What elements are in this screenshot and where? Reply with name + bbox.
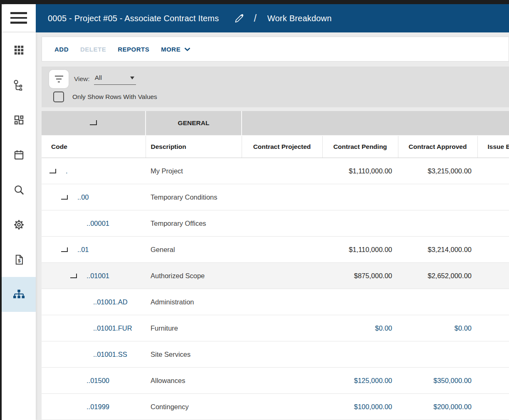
issue-cell: [477, 158, 509, 184]
workflow-icon: [13, 79, 25, 91]
collapse-all-icon[interactable]: [90, 120, 97, 125]
sidebar-item-workflow[interactable]: [2, 67, 36, 102]
code-link[interactable]: ..01001.SS: [93, 351, 127, 358]
contract-pending-value-link[interactable]: $0.00: [322, 315, 398, 341]
column-header-row: Code Description Contract Projected Cont…: [42, 136, 509, 158]
contract-pending-value-link[interactable]: $100,000.00: [322, 394, 398, 420]
filter-button[interactable]: [49, 70, 69, 88]
code-link[interactable]: .: [66, 167, 68, 175]
contract-projected-cell: [242, 210, 322, 237]
code-link[interactable]: ..01: [77, 246, 89, 254]
contract-approved-cell: [398, 341, 477, 368]
add-button[interactable]: ADD: [54, 43, 69, 55]
apps-grid-icon: [13, 44, 25, 56]
table-row: . My Project $1,110,000.00 $3,215,000.00: [42, 158, 509, 184]
column-header-contract-pending: Contract Pending: [322, 136, 398, 158]
work-breakdown-tree-icon: [13, 289, 25, 300]
contract-projected-cell: [242, 158, 322, 184]
table-row: ..01500 Allowances $125,000.00 $350,000.…: [42, 368, 509, 394]
sidebar-item-search[interactable]: [2, 172, 36, 207]
group-header-general: GENERAL: [146, 111, 242, 136]
search-icon: [13, 184, 25, 195]
contract-pending-cell: [322, 184, 398, 210]
description-cell: Site Services: [146, 341, 242, 368]
contract-approved-value-link[interactable]: $350,000.00: [398, 368, 477, 394]
row-expander-icon[interactable]: [70, 274, 77, 278]
code-link[interactable]: ..00: [77, 193, 89, 201]
code-link[interactable]: ..00001: [86, 220, 109, 227]
more-label: MORE: [161, 46, 180, 53]
sidebar-item-apps[interactable]: [2, 32, 36, 67]
row-expander-icon[interactable]: [49, 169, 56, 173]
contract-approved-value-link[interactable]: $200,000.00: [398, 394, 477, 420]
sidebar: $: [2, 32, 36, 420]
breadcrumb-separator: /: [254, 13, 256, 24]
sidebar-item-work-breakdown[interactable]: [2, 277, 36, 312]
column-header-code: Code: [42, 136, 146, 158]
calendar-icon: [13, 149, 25, 161]
contract-approved-cell: $2,652,000.00: [398, 263, 477, 289]
group-header-row: GENERAL: [42, 111, 509, 136]
main-menu-button[interactable]: [2, 4, 36, 32]
contract-projected-cell: [242, 315, 322, 341]
table-row: ..01 General $1,110,000.00 $3,214,000.00: [42, 237, 509, 263]
contract-pending-cell: $1,110,000.00: [322, 158, 398, 184]
view-label: View:: [74, 75, 90, 83]
contract-projected-cell: [242, 263, 322, 289]
sidebar-item-dashboard[interactable]: [2, 102, 36, 137]
contract-pending-cell: [322, 341, 398, 368]
issue-cell: [477, 237, 509, 263]
project-title: 0005 - Project #05 - Associate Contract …: [48, 14, 219, 23]
dashboard-icon: [13, 114, 25, 126]
description-cell: Furniture: [146, 315, 242, 341]
table-row: ..01001.FUR Furniture $0.00 $0.00: [42, 315, 509, 341]
collapse-all-cell: [42, 111, 146, 136]
issue-cell: [477, 394, 509, 420]
table-row: ..01999 Contingency $100,000.00 $200,000…: [42, 394, 509, 420]
code-link[interactable]: ..01001: [86, 272, 109, 280]
sidebar-item-settings[interactable]: [2, 207, 36, 242]
more-button[interactable]: MORE: [161, 46, 190, 53]
contract-projected-cell: [242, 394, 322, 420]
sidebar-item-calendar[interactable]: [2, 137, 36, 172]
only-rows-checkbox[interactable]: [53, 91, 64, 102]
filter-panel: View: All Only Show Rows With Values: [42, 67, 509, 107]
reports-button[interactable]: REPORTS: [118, 43, 149, 55]
page-title: Work Breakdown: [267, 14, 332, 23]
code-link[interactable]: ..01500: [86, 377, 109, 385]
issue-cell: [477, 368, 509, 394]
description-cell: Temporary Offices: [146, 210, 242, 237]
contract-pending-cell: $1,110,000.00: [322, 237, 398, 263]
view-dropdown-value: All: [95, 74, 102, 82]
view-dropdown[interactable]: All: [94, 73, 136, 85]
issue-cell: [477, 263, 509, 289]
action-toolbar: ADD DELETE REPORTS MORE: [42, 37, 509, 62]
work-breakdown-grid: GENERAL Code Description Contract Projec…: [42, 111, 509, 420]
contract-pending-cell: [322, 210, 398, 237]
contract-projected-cell: [242, 237, 322, 263]
code-link[interactable]: ..01001.FUR: [93, 324, 132, 332]
issue-cell: [477, 184, 509, 210]
edit-project-button[interactable]: [234, 13, 245, 24]
table-row: ..01001.SS Site Services: [42, 341, 509, 368]
code-link[interactable]: ..01001.AD: [93, 298, 128, 306]
description-cell: Administration: [146, 289, 242, 315]
description-cell: My Project: [146, 158, 242, 184]
description-cell: Temporary Conditions: [146, 184, 242, 210]
description-cell: General: [146, 237, 242, 263]
issue-cell: [477, 289, 509, 315]
dropdown-caret-icon: [130, 77, 134, 79]
group-header-spacer: [242, 111, 509, 136]
row-expander-icon[interactable]: [61, 195, 68, 200]
contract-projected-cell: [242, 184, 322, 210]
row-expander-icon[interactable]: [61, 247, 68, 252]
contract-pending-value-link[interactable]: $125,000.00: [322, 368, 398, 394]
description-cell: Allowances: [146, 368, 242, 394]
contract-approved-value-link[interactable]: $0.00: [398, 315, 477, 341]
sidebar-item-billing[interactable]: $: [2, 242, 36, 277]
code-link[interactable]: ..01999: [86, 403, 109, 411]
main-content: ADD DELETE REPORTS MORE View: All Only S…: [42, 32, 509, 420]
contract-projected-cell: [242, 341, 322, 368]
window-left-edge: [0, 0, 2, 420]
issue-cell: [477, 341, 509, 368]
